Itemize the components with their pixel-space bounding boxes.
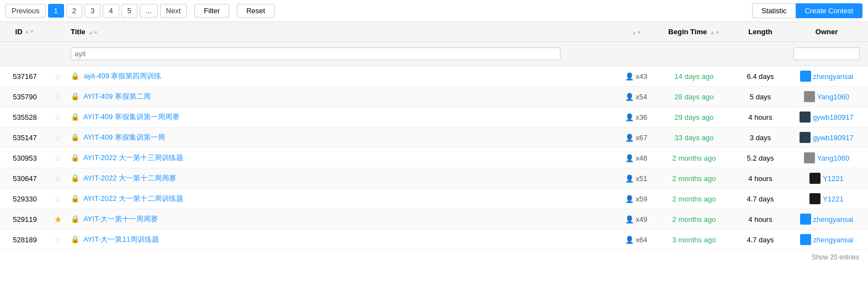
title-link[interactable]: AYIT-2022 大一第十二周周赛 — [83, 174, 176, 182]
title-link[interactable]: AYIT-大一第11周训练题 — [83, 235, 159, 243]
cell-owner: Yang1060 — [785, 87, 868, 107]
participants-sort-icon[interactable]: ▲▼ — [632, 30, 642, 35]
owner-link[interactable]: Y1221 — [790, 173, 864, 184]
cell-star[interactable]: ★ — [50, 209, 66, 230]
cell-length: 4 hours — [735, 168, 785, 189]
th-star — [50, 22, 66, 42]
cell-begin-time: 29 days ago — [653, 107, 735, 128]
create-contest-button[interactable]: Create Contest — [796, 3, 862, 18]
owner-avatar — [800, 71, 811, 82]
person-icon: 👤 — [625, 215, 634, 224]
th-participants: ▲▼ — [620, 22, 653, 42]
page-2-button[interactable]: 2 — [66, 4, 82, 18]
person-icon: 👤 — [625, 174, 634, 183]
th-length: Length — [735, 22, 785, 42]
person-icon: 👤 — [625, 236, 634, 244]
title-link[interactable]: AYIT-2022 大一第十三周训练题 — [83, 153, 183, 162]
cell-length: 4 hours — [735, 209, 785, 230]
owner-link[interactable]: Y1221 — [790, 193, 864, 204]
reset-button[interactable]: Reset — [237, 4, 274, 18]
title-link[interactable]: ayit-409 寒假第四周训练 — [84, 72, 162, 80]
cell-participants: 👤 x48 — [620, 148, 653, 168]
next-button[interactable]: Next — [160, 4, 187, 18]
lock-icon: 🔒 — [71, 113, 80, 121]
statistic-button[interactable]: Statistic — [752, 3, 796, 18]
id-sort-icon[interactable]: ▲▼ — [25, 29, 35, 34]
cell-star[interactable]: ☆ — [50, 168, 66, 189]
person-icon: 👤 — [625, 93, 634, 101]
th-star-filter — [50, 42, 66, 66]
owner-link[interactable]: gywb180917 — [790, 132, 864, 143]
th-participants-filter — [620, 42, 653, 66]
lock-icon: 🔒 — [71, 92, 80, 100]
cell-owner: Yang1060 — [785, 148, 868, 168]
cell-id: 535528 — [0, 107, 50, 128]
cell-begin-time: 14 days ago — [653, 66, 735, 87]
cell-id: 529119 — [0, 209, 50, 230]
cell-title: 🔒 AYIT-大一第11周训练题 — [66, 230, 620, 250]
th-begin-time-filter — [653, 42, 735, 66]
person-icon: 👤 — [625, 154, 634, 162]
cell-title: 🔒 AYIT-409 寒假集训第一周周赛 — [66, 107, 620, 128]
title-search-input[interactable] — [71, 47, 560, 60]
owner-link[interactable]: Yang1060 — [790, 152, 864, 163]
lock-icon: 🔒 — [71, 72, 80, 80]
table-row: 535528 ☆ 🔒 AYIT-409 寒假集训第一周周赛 👤 x36 29 d… — [0, 107, 868, 128]
owner-link[interactable]: zhengyansai — [790, 214, 864, 225]
cell-star[interactable]: ☆ — [50, 189, 66, 209]
cell-title: 🔒 AYIT-2022 大一第十二周周赛 — [66, 168, 620, 189]
page-4-button[interactable]: 4 — [103, 4, 119, 18]
cell-length: 5 days — [735, 87, 785, 107]
owner-link[interactable]: zhengyansai — [790, 234, 864, 245]
person-icon: 👤 — [625, 72, 634, 81]
cell-star[interactable]: ☆ — [50, 128, 66, 148]
owner-link[interactable]: zhengyansai — [790, 71, 864, 82]
cell-owner: gywb180917 — [785, 107, 868, 128]
toolbar: Previous 1 2 3 4 5 ... Next Filter Reset… — [0, 0, 868, 22]
title-link[interactable]: AYIT-2022 大一第十二周训练题 — [83, 194, 183, 203]
cell-id: 535790 — [0, 87, 50, 107]
filter-button[interactable]: Filter — [194, 4, 229, 18]
cell-star[interactable]: ☆ — [50, 66, 66, 87]
table-row: 537167 ☆ 🔒 ayit-409 寒假第四周训练 👤 x43 14 day… — [0, 66, 868, 87]
page-3-button[interactable]: 3 — [84, 4, 100, 18]
cell-title: 🔒 ayit-409 寒假第四周训练 — [66, 66, 620, 87]
title-link[interactable]: AYIT-409 寒假第二周 — [83, 92, 151, 100]
cell-owner: zhengyansai — [785, 230, 868, 250]
owner-avatar — [804, 91, 815, 102]
previous-button[interactable]: Previous — [6, 4, 46, 18]
cell-owner: Y1221 — [785, 168, 868, 189]
cell-star[interactable]: ☆ — [50, 107, 66, 128]
lock-icon: 🔒 — [71, 174, 80, 182]
table-row: 535147 ☆ 🔒 AYIT-409 寒假集训第一周 👤 x67 33 day… — [0, 128, 868, 148]
cell-owner: zhengyansai — [785, 209, 868, 230]
owner-avatar — [800, 234, 811, 245]
title-link[interactable]: AYIT-409 寒假集训第一周 — [83, 133, 165, 141]
lock-icon: 🔒 — [71, 133, 80, 141]
table-header-row: ID ▲▼ Title ▲▼ ▲▼ Begin Time ▲▼ Leng — [0, 22, 868, 42]
cell-star[interactable]: ☆ — [50, 230, 66, 250]
title-link[interactable]: AYIT-409 寒假集训第一周周赛 — [83, 113, 179, 121]
title-link[interactable]: AYIT-大一第十一周周赛 — [83, 215, 158, 223]
page-ellipsis-button[interactable]: ... — [140, 4, 158, 18]
title-sort-icon[interactable]: ▲▼ — [88, 30, 98, 35]
person-icon: 👤 — [625, 113, 634, 121]
cell-begin-time: 2 months ago — [653, 168, 735, 189]
cell-length: 4.7 days — [735, 230, 785, 250]
cell-begin-time: 2 months ago — [653, 148, 735, 168]
cell-id: 529330 — [0, 189, 50, 209]
page-5-button[interactable]: 5 — [121, 4, 137, 18]
owner-search-input[interactable] — [793, 47, 860, 60]
table-row: 529119 ★ 🔒 AYIT-大一第十一周周赛 👤 x49 2 months … — [0, 209, 868, 230]
person-icon: 👤 — [625, 134, 634, 142]
cell-star[interactable]: ☆ — [50, 87, 66, 107]
cell-length: 4.7 days — [735, 189, 785, 209]
owner-link[interactable]: gywb180917 — [790, 112, 864, 123]
owner-link[interactable]: Yang1060 — [790, 91, 864, 102]
lock-icon: 🔒 — [71, 215, 80, 223]
page-1-button[interactable]: 1 — [48, 4, 64, 18]
cell-star[interactable]: ☆ — [50, 148, 66, 168]
cell-id: 530647 — [0, 168, 50, 189]
toolbar-right: Statistic Create Contest — [752, 3, 862, 18]
begin-time-sort-icon[interactable]: ▲▼ — [710, 30, 720, 35]
